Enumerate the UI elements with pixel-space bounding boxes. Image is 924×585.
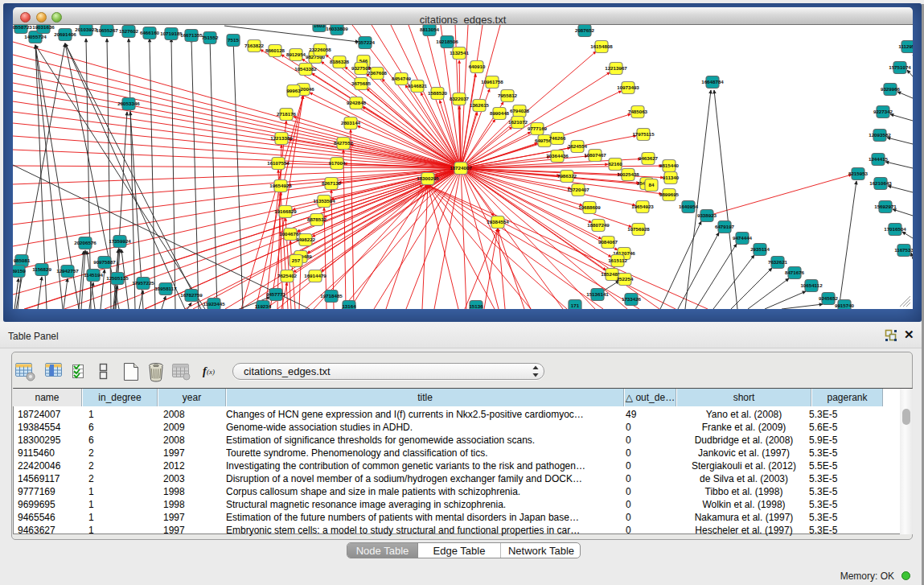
- svg-text:10655267: 10655267: [96, 27, 118, 33]
- svg-text:20053346: 20053346: [117, 101, 140, 106]
- svg-text:16671355: 16671355: [180, 32, 203, 38]
- svg-text:1603: 1603: [314, 25, 325, 28]
- svg-text:11923445: 11923445: [203, 301, 225, 307]
- svg-text:20364436: 20364436: [546, 153, 569, 159]
- svg-text:19218506: 19218506: [436, 39, 458, 44]
- svg-text:20558723: 20558723: [13, 25, 32, 30]
- svg-text:20206576: 20206576: [74, 240, 97, 245]
- svg-text:1156829: 1156829: [32, 266, 51, 272]
- svg-text:3675685: 3675685: [351, 80, 372, 86]
- svg-text:1132541: 1132541: [450, 50, 469, 56]
- svg-text:9815440: 9815440: [659, 163, 680, 168]
- svg-text:985081: 985081: [14, 257, 31, 263]
- svg-text:16648784: 16648784: [701, 79, 724, 84]
- svg-text:171: 171: [571, 303, 580, 308]
- svg-text:8878532: 8878532: [307, 216, 327, 222]
- svg-text:7485063: 7485063: [628, 109, 648, 114]
- svg-text:8267130: 8267130: [322, 180, 342, 186]
- svg-text:1733426: 1733426: [622, 296, 642, 302]
- svg-text:13164: 13164: [342, 303, 356, 309]
- svg-text:16033809: 16033809: [326, 26, 348, 31]
- svg-text:16210643: 16210643: [869, 180, 892, 186]
- svg-text:15692971: 15692971: [874, 204, 897, 209]
- svg-text:8322037: 8322037: [450, 96, 470, 101]
- svg-text:19654923: 19654923: [631, 204, 654, 209]
- svg-text:7357224: 7357224: [355, 39, 376, 45]
- svg-text:2803144: 2803144: [341, 120, 361, 126]
- svg-text:3624554: 3624554: [568, 143, 588, 149]
- svg-text:9338923: 9338923: [697, 212, 717, 218]
- svg-text:10807467: 10807467: [584, 152, 606, 158]
- svg-text:10654112: 10654112: [800, 282, 823, 288]
- svg-text:8215953: 8215953: [848, 171, 869, 176]
- svg-text:1621072: 1621072: [508, 119, 528, 125]
- svg-text:9329966: 9329966: [881, 86, 901, 92]
- svg-text:9463627: 9463627: [639, 155, 659, 161]
- svg-text:7625402: 7625402: [277, 273, 298, 278]
- svg-text:1615112: 1615112: [608, 257, 627, 263]
- svg-text:6479197: 6479197: [715, 224, 735, 229]
- svg-text:8990448: 8990448: [490, 110, 510, 116]
- svg-text:18300295: 18300295: [417, 175, 439, 181]
- svg-text:1362615: 1362615: [470, 102, 490, 108]
- svg-text:9474444: 9474444: [733, 235, 753, 241]
- svg-text:9899695: 9899695: [659, 192, 680, 197]
- svg-text:90975887: 90975887: [93, 259, 116, 265]
- svg-text:8660128: 8660128: [265, 47, 285, 53]
- svg-text:9915740: 9915740: [835, 303, 855, 308]
- svg-text:84: 84: [649, 182, 655, 187]
- svg-text:10025438: 10025438: [617, 171, 639, 177]
- svg-text:2087652: 2087652: [575, 27, 595, 33]
- svg-text:19654923: 19654923: [269, 183, 292, 188]
- svg-text:12942757: 12942757: [56, 268, 79, 274]
- svg-text:911340: 911340: [663, 175, 680, 180]
- svg-text:8454749: 8454749: [392, 76, 412, 81]
- svg-text:4498222: 4498222: [296, 237, 316, 242]
- svg-text:19718485: 19718485: [320, 293, 343, 299]
- svg-text:17359924: 17359924: [109, 238, 131, 244]
- svg-text:17957225: 17957225: [132, 280, 154, 286]
- svg-text:7163822: 7163822: [244, 43, 265, 48]
- svg-text:746266: 746266: [549, 135, 566, 141]
- svg-text:18724007: 18724007: [450, 165, 472, 171]
- svg-text:7632621: 7632621: [768, 259, 788, 265]
- svg-text:39159: 39159: [13, 268, 26, 274]
- svg-text:62160: 62160: [608, 161, 622, 167]
- svg-text:14055724: 14055724: [24, 34, 47, 39]
- svg-text:9146821: 9146821: [408, 83, 428, 89]
- svg-text:2935114: 2935114: [750, 246, 770, 252]
- svg-text:18807249: 18807249: [587, 222, 610, 228]
- svg-text:10688609: 10688609: [578, 204, 601, 210]
- svg-text:1112954: 1112954: [898, 43, 913, 49]
- svg-text:751552: 751552: [202, 35, 219, 40]
- svg-text:(x): (x): [207, 368, 215, 376]
- svg-text:16107554: 16107554: [267, 160, 290, 166]
- svg-text:10756928: 10756928: [627, 226, 650, 232]
- svg-text:2718176: 2718176: [277, 111, 297, 117]
- svg-text:17016504: 17016504: [884, 226, 906, 232]
- svg-text:10543382: 10543382: [294, 66, 317, 72]
- svg-text:12213389: 12213389: [270, 135, 293, 141]
- svg-text:8813054: 8813054: [420, 27, 440, 32]
- svg-text:1640954: 1640954: [679, 204, 699, 209]
- svg-text:10973493: 10973493: [617, 84, 639, 90]
- svg-text:9245652: 9245652: [819, 295, 839, 301]
- svg-text:8912954: 8912954: [286, 51, 306, 57]
- svg-text:9227342: 9227342: [873, 109, 893, 114]
- svg-text:15136: 15136: [469, 303, 483, 309]
- svg-text:1145194: 1145194: [84, 272, 103, 278]
- svg-text:12213967: 12213967: [605, 65, 627, 71]
- svg-text:917004: 917004: [329, 160, 346, 166]
- svg-text:8427552: 8427552: [334, 140, 354, 146]
- svg-text:20691406: 20691406: [54, 31, 76, 37]
- svg-text:15136141: 15136141: [586, 291, 609, 297]
- svg-text:2367608: 2367608: [368, 70, 388, 76]
- svg-text:19031636: 19031636: [32, 25, 55, 30]
- svg-text:640910: 640910: [469, 64, 486, 69]
- svg-text:119234: 119234: [255, 303, 272, 309]
- svg-text:16782759: 16782759: [180, 292, 203, 298]
- svg-text:257: 257: [292, 257, 301, 263]
- svg-text:8471676: 8471676: [785, 270, 805, 275]
- svg-text:12505135: 12505135: [106, 275, 129, 281]
- svg-text:16914479: 16914479: [304, 273, 326, 278]
